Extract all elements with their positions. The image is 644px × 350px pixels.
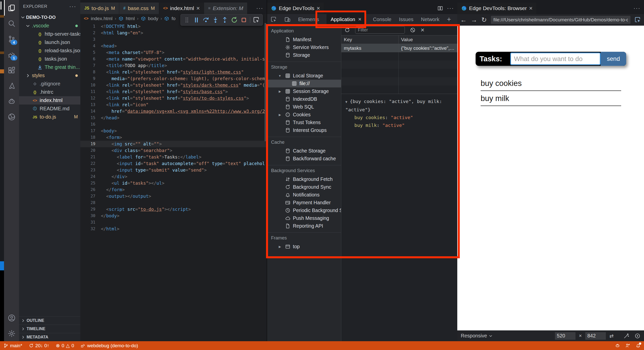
column-header-value[interactable]: Value (399, 35, 458, 44)
tab-index-html[interactable]: <>index.html× (159, 3, 204, 14)
back-icon[interactable]: ← (460, 17, 467, 23)
close-icon[interactable]: × (421, 27, 424, 33)
reload-icon[interactable]: ↻ (481, 17, 487, 23)
file-item-styles[interactable]: styles (19, 71, 80, 80)
activity-item-search[interactable] (4, 16, 19, 31)
tree-item-service-workers[interactable]: Service Workers (267, 43, 341, 51)
editor-scrollbar[interactable] (265, 23, 266, 141)
task-input[interactable] (510, 53, 601, 65)
tree-item-interest-groups[interactable]: Interest Groups (267, 126, 341, 134)
project-root[interactable]: DEMO-TO-DO (19, 13, 80, 22)
tree-item-web-sql[interactable]: Web SQL (267, 103, 341, 111)
tree-item-back-forward-cache[interactable]: Back/forward cache (267, 155, 341, 163)
sidebar-section-outline[interactable]: OUTLINE (19, 316, 80, 325)
tree-item-storage[interactable]: Storage (267, 51, 341, 59)
file-item-reload-tasks-json[interactable]: {}reload-tasks.json (19, 46, 80, 55)
more-actions-icon[interactable]: ··· (256, 6, 263, 11)
activity-item-run-and-debug[interactable]: 1 (4, 47, 19, 62)
inspect-icon[interactable] (634, 17, 641, 23)
feedback-status[interactable] (625, 343, 630, 348)
device-width-input[interactable] (555, 332, 575, 340)
preview-summary-row[interactable]: ▼{buy cookies: "active", buy milk: "acti… (345, 97, 454, 114)
tab-edge-devtools[interactable]: Edge DevTools× (267, 3, 324, 14)
sidebar-section-metadata[interactable]: METADATA (19, 333, 80, 341)
device-mode-dropdown[interactable]: Responsive (461, 333, 493, 339)
clear-icon[interactable] (410, 27, 416, 33)
sidebar-section-timeline[interactable]: TIMELINE (19, 325, 80, 333)
activity-item-explorer[interactable] (4, 0, 19, 16)
sync-status[interactable]: 20↓ 0↑ (29, 343, 49, 348)
swap-dimensions-icon[interactable]: ⇄ (609, 333, 614, 338)
tree-item-top[interactable]: ▶top (267, 243, 341, 251)
tool-tab-application[interactable]: Application× (327, 14, 365, 25)
tree-item-trust-tokens[interactable]: Trust Tokens (267, 119, 341, 126)
screencast-icon[interactable] (634, 333, 640, 339)
tool-tab-issues[interactable]: Issues (399, 17, 413, 22)
tree-item-cache-storage[interactable]: Cache Storage (267, 147, 341, 155)
file-item-the-great-thin[interactable]: The great thin...U (19, 63, 80, 71)
tree-item-push-messaging[interactable]: Push Messaging (267, 214, 341, 222)
tree-item-local-storage[interactable]: ▼Local Storage (267, 72, 341, 80)
tool-tab-network[interactable]: Network (421, 17, 439, 22)
storage-row-mytasks[interactable]: mytasks{"buy cookies":"active",… (341, 44, 458, 52)
copilot-status[interactable] (615, 343, 620, 348)
device-height-input[interactable] (585, 332, 606, 340)
debug-status[interactable]: webdebug (demo-to-do) (81, 343, 138, 348)
tree-item-session-storage[interactable]: ▶Session Storage (267, 87, 341, 95)
file-item-launch-json[interactable]: {}launch.json (19, 38, 80, 46)
more-actions-icon[interactable]: ··· (633, 6, 640, 11)
tree-item-periodic-background-sync[interactable]: Periodic Background Sync (267, 207, 341, 214)
close-icon[interactable]: × (358, 16, 361, 23)
tree-item-background-fetch[interactable]: Background Fetch (267, 175, 341, 183)
close-icon[interactable]: × (529, 5, 533, 11)
tool-tab-console[interactable]: Console (373, 17, 391, 22)
tab-extension-m[interactable]: ≡Extension: M (204, 3, 247, 14)
tab-base-css[interactable]: #base.cssM (119, 3, 159, 14)
tree-item-indexeddb[interactable]: IndexedDB (267, 95, 341, 103)
file-item-to-do-js[interactable]: JSto-do.jsM (19, 113, 80, 121)
file-item-gitignore[interactable]: .gitignore (19, 80, 80, 88)
tree-item-manifest[interactable]: Manifest (267, 36, 341, 43)
tree-item-reporting-api[interactable]: Reporting API (267, 222, 341, 230)
add-tool-button[interactable]: + (447, 15, 451, 23)
close-icon[interactable]: × (316, 5, 320, 11)
todo-item-buy-cookies[interactable]: buy cookies (481, 76, 621, 91)
file-item-http-server-tasks-j[interactable]: {}http-server-tasks.j... (19, 30, 80, 38)
activity-item-copilot[interactable] (4, 93, 19, 109)
forward-icon[interactable]: → (471, 17, 477, 23)
tool-tab-elements[interactable]: Elements (298, 17, 319, 22)
file-item-index-html[interactable]: <>index.html (19, 96, 80, 105)
breadcrumb-item-body[interactable]: body (148, 16, 158, 21)
filter-input[interactable] (355, 26, 405, 34)
activity-item-extensions[interactable] (4, 62, 19, 78)
problems-status[interactable]: ⊗0△0 (56, 343, 74, 348)
column-header-key[interactable]: Key (341, 35, 399, 44)
close-icon[interactable]: × (196, 5, 200, 11)
refresh-icon[interactable] (344, 27, 350, 33)
tab-to-do-js[interactable]: JSto-do.jsM (80, 3, 119, 14)
file-item-readme-md[interactable]: ⓘREADME.md (19, 105, 80, 113)
activity-item-accounts[interactable] (4, 310, 19, 326)
wand-icon[interactable] (623, 333, 629, 339)
notifications-bell[interactable] (636, 343, 640, 348)
activity-item-settings[interactable] (4, 326, 19, 341)
file-item-hintrc[interactable]: {}.hintrc (19, 88, 80, 96)
tree-item-file[interactable]: file:// (267, 80, 341, 87)
tree-item-cookies[interactable]: ▶Cookies (267, 111, 341, 119)
file-item-vscode[interactable]: .vscode (19, 22, 80, 30)
file-item-tasks-json[interactable]: {}tasks.json (19, 55, 80, 63)
breadcrumb-item-html[interactable]: html (126, 16, 135, 21)
tree-item-notifications[interactable]: Notifications (267, 191, 341, 199)
activity-item-source-control[interactable]: 4 (4, 31, 19, 47)
activity-item-edge-tools[interactable] (4, 109, 19, 125)
code-editor[interactable]: 1<!DOCTYPE html>2<html lang="en">34<head… (80, 23, 267, 341)
todo-item-buy-milk[interactable]: buy milk (481, 91, 621, 106)
tree-item-background-sync[interactable]: Background Sync (267, 183, 341, 191)
tab-edge-devtools-browser[interactable]: Edge DevTools: Browser× (457, 3, 537, 14)
git-branch-status[interactable]: main* (4, 343, 22, 348)
activity-item-azure[interactable] (4, 78, 19, 93)
tree-item-payment-handler[interactable]: Payment Handler (267, 199, 341, 207)
breadcrumb-item-index-html[interactable]: index.html (91, 16, 113, 21)
more-actions-icon[interactable]: ··· (69, 4, 76, 9)
send-button[interactable]: send (601, 52, 626, 66)
